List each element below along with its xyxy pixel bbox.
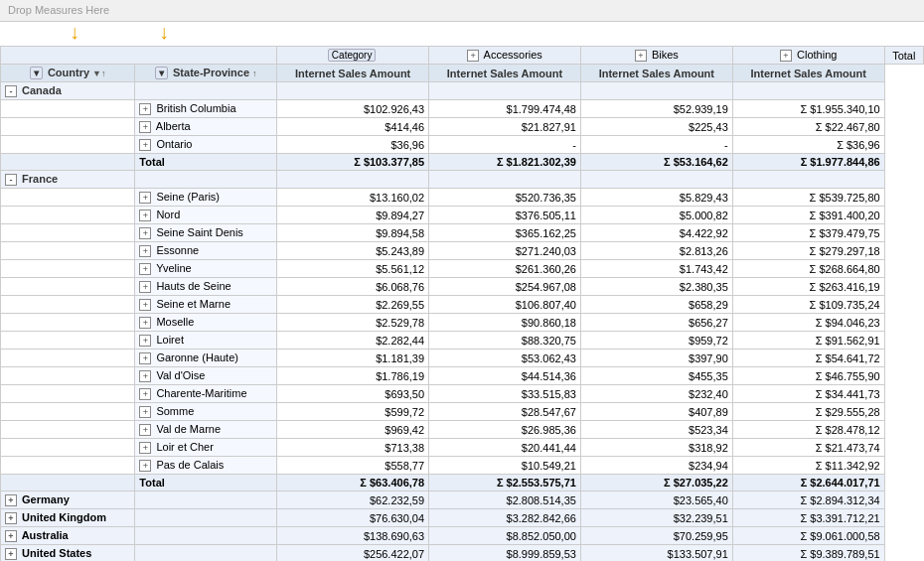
total-val: Σ $46.755,90 — [732, 367, 884, 385]
expand-icon[interactable]: + — [139, 227, 151, 239]
state-filter-icon[interactable]: ▾ — [155, 67, 168, 79]
bikes-val: - — [429, 136, 581, 154]
country-empty — [1, 332, 135, 350]
country-empty — [1, 118, 135, 136]
state-label: + Moselle — [135, 314, 277, 332]
total-val: Σ $391.400,20 — [732, 207, 884, 224]
country-empty — [1, 224, 135, 242]
bikes-val: $44.514,36 — [429, 367, 581, 385]
expand-icon[interactable]: + — [139, 388, 151, 400]
state-sort: ↑ — [252, 69, 257, 78]
acc-val: $1.786,19 — [277, 367, 429, 385]
state-label: + Garonne (Haute) — [135, 350, 277, 367]
bikes-val: $261.360,26 — [429, 260, 581, 278]
state-empty — [135, 509, 277, 527]
expand-icon[interactable]: + — [5, 494, 17, 506]
bikes-val: $90.860,18 — [429, 314, 581, 332]
expand-icon[interactable]: + — [139, 335, 151, 347]
expand-icon[interactable]: + — [5, 530, 17, 542]
bikes-total: Σ $1.821.302,39 — [429, 154, 581, 171]
table-row: + Seine et Marne $2.269,55 $106.807,40 $… — [1, 296, 924, 314]
bikes-val — [429, 171, 581, 189]
state-label: + Alberta — [135, 118, 277, 136]
expand-icon[interactable]: - — [5, 85, 17, 97]
total-val: Σ $1.955.340,10 — [732, 100, 884, 118]
table-row: + Moselle $2.529,78 $90.860,18 $656,27 Σ… — [1, 314, 924, 332]
acc-val: $36,96 — [277, 136, 429, 154]
expand-icon[interactable]: + — [139, 370, 151, 382]
acc-val: $713,38 — [277, 439, 429, 457]
bikes-expand[interactable]: + — [635, 50, 647, 62]
bikes-val: $8.999.859,53 — [429, 545, 581, 562]
country-collapsed-row: + United States $256.422,07 $8.999.859,5… — [1, 545, 924, 562]
table-row: + Yveline $5.561,12 $261.360,26 $1.743,4… — [1, 260, 924, 278]
clothing-val: $4.422,92 — [580, 224, 732, 242]
expand-icon[interactable]: + — [139, 299, 151, 311]
clothing-val: $133.507,91 — [580, 545, 732, 562]
expand-icon[interactable]: + — [139, 121, 151, 133]
country-label: + United States — [1, 545, 135, 562]
state-label: + Val d'Oise — [135, 367, 277, 385]
table-row: + Nord $9.894,27 $376.505,11 $5.000,82 Σ… — [1, 207, 924, 224]
total-val: Σ $11.342,92 — [732, 457, 884, 475]
bikes-val: $21.827,91 — [429, 118, 581, 136]
col-header-row: ▾ Country ▼↑ ▾ State-Province ↑ Internet… — [1, 65, 924, 82]
table-row: + Seine (Paris) $13.160,02 $520.736,35 $… — [1, 189, 924, 207]
country-filter-icon[interactable]: ▾ — [30, 67, 43, 79]
state-province-col-header[interactable]: ▾ State-Province ↑ — [135, 65, 277, 82]
state-label: + Ontario — [135, 136, 277, 154]
total-val: Σ $279.297,18 — [732, 242, 884, 260]
state-label: + Seine et Marne — [135, 296, 277, 314]
expand-icon[interactable]: + — [139, 460, 151, 472]
category-filter-btn[interactable]: Category — [328, 49, 377, 62]
total-header: Total — [884, 47, 923, 65]
country-empty — [1, 242, 135, 260]
expand-icon[interactable]: + — [5, 548, 17, 560]
clothing-total: Σ $53.164,62 — [580, 154, 732, 171]
total-val: Σ $3.391.712,21 — [732, 509, 884, 527]
total-val: Σ $91.562,91 — [732, 332, 884, 350]
bikes-val: $10.549,21 — [429, 457, 581, 475]
total-val: Σ $21.473,74 — [732, 439, 884, 457]
country-col-header[interactable]: ▾ Country ▼↑ — [1, 65, 135, 82]
clothing-expand[interactable]: + — [780, 50, 792, 62]
accessories-expand[interactable]: + — [467, 50, 479, 62]
expand-icon[interactable]: + — [139, 424, 151, 436]
clothing-val: $397,90 — [580, 350, 732, 367]
country-label: + Australia — [1, 527, 135, 545]
expand-icon[interactable]: + — [139, 192, 151, 204]
acc-val — [277, 171, 429, 189]
table-row: + British Columbia $102.926,43 $1.799.47… — [1, 100, 924, 118]
table-row: + Loir et Cher $713,38 $20.441,44 $318,9… — [1, 439, 924, 457]
state-empty — [135, 171, 277, 189]
country-empty — [1, 421, 135, 439]
expand-icon[interactable]: + — [139, 406, 151, 418]
clothing-val: $234,94 — [580, 457, 732, 475]
bikes-val: $2.808.514,35 — [429, 491, 581, 509]
total-val: Σ $34.441,73 — [732, 385, 884, 403]
total-val: Σ $2.894.312,34 — [732, 491, 884, 509]
pivot-table: Category + Accessories + Bikes + Clothin… — [0, 46, 924, 561]
clothing-val: $225,43 — [580, 118, 732, 136]
country-empty — [1, 457, 135, 475]
expand-icon[interactable]: + — [5, 512, 17, 524]
expand-icon[interactable]: - — [5, 174, 17, 186]
expand-icon[interactable]: + — [139, 317, 151, 329]
clothing-val: $959,72 — [580, 332, 732, 350]
expand-icon[interactable]: + — [139, 352, 151, 364]
expand-icon[interactable]: + — [139, 139, 151, 151]
state-label: + Charente-Maritime — [135, 385, 277, 403]
category-filter-header[interactable]: Category — [277, 47, 429, 65]
expand-icon[interactable]: + — [139, 442, 151, 454]
expand-icon[interactable]: + — [139, 281, 151, 293]
clothing-val: $5.000,82 — [580, 207, 732, 224]
expand-icon[interactable]: + — [139, 263, 151, 275]
empty-header-1 — [1, 47, 277, 65]
total-label: Total — [135, 475, 277, 491]
expand-icon[interactable]: + — [139, 245, 151, 257]
acc-val: $2.529,78 — [277, 314, 429, 332]
bikes-val: $254.967,08 — [429, 278, 581, 296]
acc-total: Σ $103.377,85 — [277, 154, 429, 171]
expand-icon[interactable]: + — [139, 103, 151, 115]
expand-icon[interactable]: + — [139, 210, 151, 221]
